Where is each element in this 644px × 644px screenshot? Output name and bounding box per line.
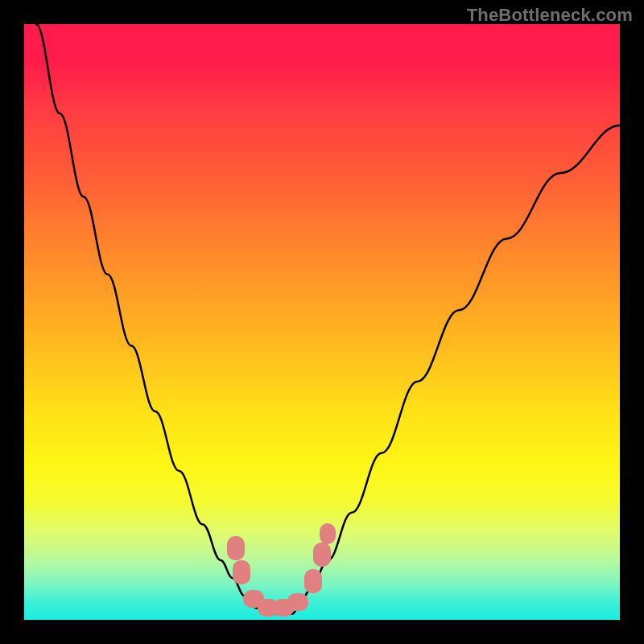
data-marker — [287, 593, 308, 611]
curve-left — [36, 24, 257, 608]
data-marker — [227, 536, 245, 560]
watermark-text: TheBottleneck.com — [467, 5, 633, 26]
plot-area — [24, 24, 620, 620]
data-marker — [313, 543, 331, 567]
data-marker — [233, 560, 250, 584]
data-marker — [320, 523, 336, 544]
chart-frame: TheBottleneck.com — [0, 0, 644, 644]
curve-right — [298, 126, 620, 608]
data-marker — [304, 569, 322, 593]
